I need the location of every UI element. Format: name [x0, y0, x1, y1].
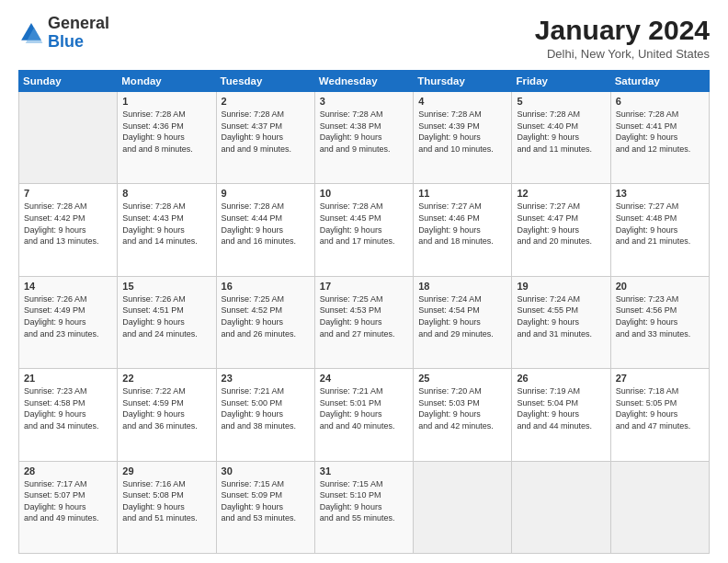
day-cell: 30Sunrise: 7:15 AMSunset: 5:09 PMDayligh…	[216, 461, 314, 553]
day-number: 21	[24, 373, 112, 384]
daylight-text: Daylight: 9 hours	[418, 225, 481, 235]
day-number: 16	[222, 281, 310, 292]
daylight-text2: and and 23 minutes.	[24, 329, 99, 339]
daylight-text: Daylight: 9 hours	[24, 409, 86, 419]
sunset-text: Sunset: 4:54 PM	[418, 305, 480, 315]
day-cell	[512, 461, 610, 553]
day-number: 25	[418, 373, 506, 384]
page: General Blue January 2024 Delhi, New Yor…	[0, 0, 728, 563]
logo-general: General	[48, 15, 109, 33]
daylight-text2: and and 11 minutes.	[517, 144, 592, 154]
day-cell: 13Sunrise: 7:27 AMSunset: 4:48 PMDayligh…	[610, 184, 709, 276]
day-info: Sunrise: 7:28 AMSunset: 4:43 PMDaylight:…	[122, 201, 210, 247]
daylight-text: Daylight: 9 hours	[320, 502, 382, 511]
day-number: 7	[24, 188, 112, 199]
daylight-text: Daylight: 9 hours	[122, 317, 185, 327]
day-number: 17	[320, 281, 408, 292]
day-info: Sunrise: 7:28 AMSunset: 4:40 PMDaylight:…	[517, 109, 605, 155]
sunset-text: Sunset: 4:37 PM	[222, 121, 283, 131]
week-row-2: 7Sunrise: 7:28 AMSunset: 4:42 PMDaylight…	[19, 184, 710, 276]
daylight-text2: and and 34 minutes.	[24, 421, 99, 431]
daylight-text: Daylight: 9 hours	[320, 317, 382, 327]
day-cell: 17Sunrise: 7:25 AMSunset: 4:53 PMDayligh…	[314, 276, 413, 368]
daylight-text: Daylight: 9 hours	[517, 317, 579, 327]
daylight-text2: and and 42 minutes.	[418, 421, 494, 431]
sunrise-text: Sunrise: 7:25 AM	[320, 294, 383, 304]
sunset-text: Sunset: 4:53 PM	[320, 305, 381, 315]
daylight-text2: and and 16 minutes.	[222, 236, 297, 246]
day-info: Sunrise: 7:27 AMSunset: 4:48 PMDaylight:…	[616, 201, 704, 247]
daylight-text2: and and 38 minutes.	[222, 421, 297, 431]
daylight-text2: and and 29 minutes.	[418, 329, 494, 339]
week-row-5: 28Sunrise: 7:17 AMSunset: 5:07 PMDayligh…	[19, 461, 710, 553]
week-row-1: 1Sunrise: 7:28 AMSunset: 4:36 PMDaylight…	[19, 92, 710, 184]
day-info: Sunrise: 7:26 AMSunset: 4:49 PMDaylight:…	[24, 293, 112, 339]
daylight-text2: and and 18 minutes.	[418, 236, 494, 246]
sunset-text: Sunset: 5:00 PM	[222, 398, 283, 408]
sunset-text: Sunset: 5:09 PM	[222, 490, 283, 500]
daylight-text: Daylight: 9 hours	[616, 409, 678, 419]
daylight-text: Daylight: 9 hours	[616, 317, 678, 327]
logo-blue: Blue	[48, 33, 109, 52]
sunset-text: Sunset: 4:59 PM	[122, 398, 184, 408]
sunset-text: Sunset: 4:36 PM	[122, 121, 184, 131]
day-number: 14	[24, 281, 112, 292]
day-info: Sunrise: 7:17 AMSunset: 5:07 PMDaylight:…	[24, 478, 112, 524]
sunset-text: Sunset: 4:58 PM	[24, 398, 85, 408]
week-row-3: 14Sunrise: 7:26 AMSunset: 4:49 PMDayligh…	[19, 276, 710, 368]
day-cell: 26Sunrise: 7:19 AMSunset: 5:04 PMDayligh…	[512, 369, 610, 461]
daylight-text2: and and 33 minutes.	[616, 329, 691, 339]
location: Delhi, New York, United States	[535, 47, 710, 61]
col-monday: Monday	[118, 71, 216, 92]
day-cell: 14Sunrise: 7:26 AMSunset: 4:49 PMDayligh…	[19, 276, 118, 368]
daylight-text2: and and 14 minutes.	[122, 236, 198, 246]
sunset-text: Sunset: 4:41 PM	[616, 121, 677, 131]
sunset-text: Sunset: 5:05 PM	[616, 398, 677, 408]
day-number: 4	[418, 96, 506, 107]
header-row: Sunday Monday Tuesday Wednesday Thursday…	[19, 71, 710, 92]
sunrise-text: Sunrise: 7:26 AM	[122, 294, 186, 304]
sunset-text: Sunset: 5:08 PM	[122, 490, 184, 500]
logo-icon	[18, 20, 44, 46]
daylight-text2: and and 47 minutes.	[616, 421, 691, 431]
day-info: Sunrise: 7:27 AMSunset: 4:47 PMDaylight:…	[517, 201, 605, 247]
sunrise-text: Sunrise: 7:28 AM	[320, 109, 383, 119]
day-cell: 12Sunrise: 7:27 AMSunset: 4:47 PMDayligh…	[512, 184, 610, 276]
col-thursday: Thursday	[414, 71, 512, 92]
day-number: 3	[320, 96, 408, 107]
daylight-text2: and and 44 minutes.	[517, 421, 592, 431]
daylight-text: Daylight: 9 hours	[122, 225, 185, 235]
daylight-text2: and and 55 minutes.	[320, 513, 395, 523]
col-friday: Friday	[512, 71, 610, 92]
col-sunday: Sunday	[19, 71, 118, 92]
sunrise-text: Sunrise: 7:28 AM	[122, 201, 186, 211]
day-info: Sunrise: 7:28 AMSunset: 4:45 PMDaylight:…	[320, 201, 408, 247]
day-number: 8	[122, 188, 210, 199]
day-info: Sunrise: 7:15 AMSunset: 5:09 PMDaylight:…	[222, 478, 310, 524]
day-info: Sunrise: 7:28 AMSunset: 4:41 PMDaylight:…	[616, 109, 704, 155]
day-number: 10	[320, 188, 408, 199]
sunrise-text: Sunrise: 7:20 AM	[418, 386, 482, 396]
daylight-text2: and and 21 minutes.	[616, 236, 691, 246]
daylight-text: Daylight: 9 hours	[418, 317, 481, 327]
day-number: 2	[222, 96, 310, 107]
sunset-text: Sunset: 4:48 PM	[616, 213, 677, 223]
day-info: Sunrise: 7:23 AMSunset: 4:58 PMDaylight:…	[24, 385, 112, 431]
calendar-header: Sunday Monday Tuesday Wednesday Thursday…	[19, 71, 710, 92]
daylight-text2: and and 9 minutes.	[222, 144, 292, 154]
daylight-text2: and and 10 minutes.	[418, 144, 494, 154]
day-cell: 20Sunrise: 7:23 AMSunset: 4:56 PMDayligh…	[610, 276, 709, 368]
daylight-text2: and and 8 minutes.	[122, 144, 193, 154]
sunset-text: Sunset: 4:43 PM	[122, 213, 184, 223]
day-cell: 24Sunrise: 7:21 AMSunset: 5:01 PMDayligh…	[314, 369, 413, 461]
daylight-text: Daylight: 9 hours	[122, 502, 185, 511]
sunset-text: Sunset: 4:56 PM	[616, 305, 677, 315]
day-cell: 5Sunrise: 7:28 AMSunset: 4:40 PMDaylight…	[512, 92, 610, 184]
daylight-text2: and and 51 minutes.	[122, 513, 198, 523]
daylight-text: Daylight: 9 hours	[222, 132, 284, 142]
day-cell: 9Sunrise: 7:28 AMSunset: 4:44 PMDaylight…	[216, 184, 314, 276]
sunrise-text: Sunrise: 7:28 AM	[222, 109, 285, 119]
day-info: Sunrise: 7:26 AMSunset: 4:51 PMDaylight:…	[122, 293, 210, 339]
day-number: 28	[24, 465, 112, 477]
day-info: Sunrise: 7:20 AMSunset: 5:03 PMDaylight:…	[418, 385, 506, 431]
